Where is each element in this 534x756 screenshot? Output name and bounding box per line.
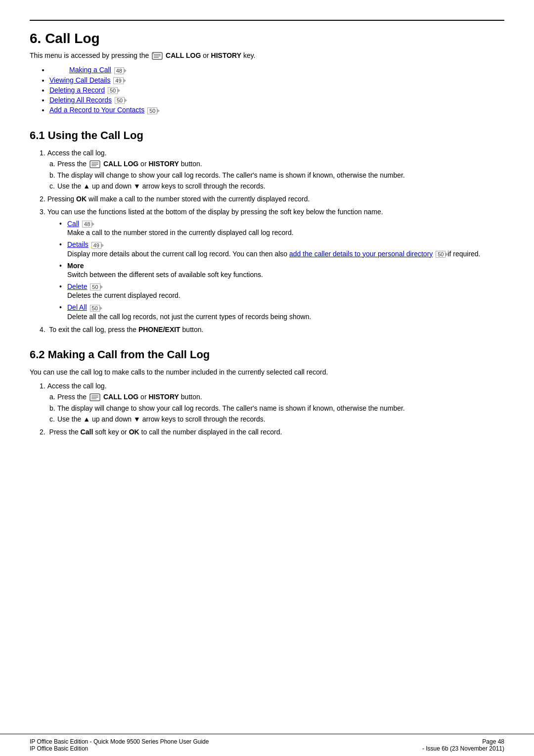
intro-between: or: [203, 51, 209, 59]
step1a-pre: Press the: [57, 160, 87, 168]
func-details-link[interactable]: Details: [67, 240, 89, 248]
func-del-all: Del All 50 Delete all the call log recor…: [59, 303, 504, 320]
step1c: c. Use the ▲ up and down ▼ arrow keys to…: [49, 182, 504, 190]
section62-number: 6.2: [30, 348, 45, 361]
func-call-pageref: 48: [82, 221, 92, 228]
section61-steps: 1.Access the call log. a. Press the CALL…: [30, 149, 504, 333]
s62-step-2: 2. Press the Call soft key or OK to call…: [30, 428, 504, 436]
s62-step2-pre: Press the: [49, 428, 79, 436]
toc-pageref-4: 50: [115, 97, 125, 104]
func-details-desc: Display more details about the current c…: [67, 250, 504, 258]
s62-step1-text: Access the call log.: [47, 382, 107, 390]
details-desc-post: if required.: [447, 250, 480, 258]
toc-link-1[interactable]: Making a Call: [49, 66, 111, 74]
toc-link-5[interactable]: Add a Record to Your Contacts: [49, 106, 144, 114]
toc-item-4: Deleting All Records 50: [49, 96, 504, 104]
footer-right-line1: Page 48: [422, 738, 504, 745]
step4-pre: To exit the call log, press the: [49, 326, 136, 333]
footer-left-line2: IP Office Basic Edition: [30, 745, 209, 752]
step1c-pre: Use the: [57, 182, 81, 190]
s62-step1a-key1: CALL LOG: [103, 393, 138, 401]
footer-left-line1: IP Office Basic Edition - Quick Mode 950…: [30, 738, 209, 745]
step1a: a. Press the CALL LOG or HISTORY button: [49, 160, 504, 168]
step1-substeps: a. Press the CALL LOG or HISTORY button: [40, 160, 504, 190]
func-delete-pageref: 50: [90, 284, 100, 290]
step1c-mid: up and down: [92, 182, 132, 190]
step1b: b. The display will change to show your …: [49, 171, 504, 179]
step1c-post: arrow keys to scroll through the records…: [142, 182, 266, 190]
toc-link-2[interactable]: Viewing Call Details: [49, 76, 110, 84]
step4-post: button.: [182, 326, 204, 333]
section61-title-text: Using the Call Log: [48, 129, 143, 142]
call-log-icon: [152, 52, 163, 60]
func-delete-desc: Deletes the current displayed record.: [67, 291, 504, 299]
toc-pageref-5: 50: [147, 107, 157, 114]
func-call-desc: Make a call to the number stored in the …: [67, 229, 504, 236]
footer-left: IP Office Basic Edition - Quick Mode 950…: [30, 738, 209, 752]
call-log-icon-2: [89, 160, 100, 168]
intro-end: key.: [243, 51, 256, 59]
s62-step1c-pre: Use the: [57, 415, 81, 423]
intro-key2: HISTORY: [211, 51, 241, 59]
s62-down-arrow-icon: ▼: [134, 415, 142, 423]
section62-title: 6.2 Making a Call from the Call Log: [30, 348, 504, 361]
step2-pre: Pressing: [47, 195, 74, 203]
chapter-title-text: Call Log: [45, 31, 99, 46]
s62-step1b: b. The display will change to show your …: [49, 404, 504, 412]
func-details: Details 49 Display more details about th…: [59, 240, 504, 258]
s62-step1b-text: The display will change to show your cal…: [57, 404, 405, 412]
intro-text-pre: This menu is accessed by pressing the: [30, 51, 149, 59]
chapter-intro: This menu is accessed by pressing the CA…: [30, 51, 504, 60]
function-list: Call 48 Make a call to the number stored…: [40, 220, 504, 320]
toc-pageref-3: 50: [108, 87, 118, 94]
step-3: 3.You can use the functions listed at th…: [30, 208, 504, 320]
step-4: 4. To exit the call log, press the PHONE…: [30, 326, 504, 333]
toc-list: Making a Call 48 Viewing Call Details 49…: [30, 66, 504, 114]
s62-up-arrow-icon: ▲: [83, 415, 92, 423]
step1b-text: The display will change to show your cal…: [57, 171, 405, 179]
func-del-all-pageref: 50: [90, 305, 100, 312]
down-arrow-icon: ▼: [134, 182, 142, 190]
toc-item-1: Making a Call 48: [49, 66, 504, 74]
page-container: 6. Call Log This menu is accessed by pre…: [0, 0, 534, 480]
toc-link-4[interactable]: Deleting All Records: [49, 96, 112, 104]
s62-step1c-post: arrow keys to scroll through the records…: [142, 415, 266, 423]
footer-right: Page 48 - Issue 6b (23 November 2011): [422, 738, 504, 752]
s62-step2-post: to call the number displayed in the call…: [141, 428, 282, 436]
step-2: 2.Pressing OK will make a call to the nu…: [30, 195, 504, 203]
func-del-all-link[interactable]: Del All: [67, 303, 87, 311]
chapter-title: 6. Call Log: [30, 31, 504, 47]
details-desc-link-pageref: 50: [436, 251, 445, 258]
top-border: [30, 20, 504, 21]
toc-item-2: Viewing Call Details 49: [49, 76, 504, 84]
intro-key1: CALL LOG: [166, 51, 201, 59]
call-log-icon-3: [89, 393, 100, 401]
toc-item-5: Add a Record to Your Contacts 50: [49, 106, 504, 114]
func-more-label: More: [67, 262, 84, 270]
func-delete: Delete 50 Deletes the current displayed …: [59, 283, 504, 299]
s62-step2-mid: soft key or: [95, 428, 127, 436]
details-desc-link[interactable]: add the caller details to your personal …: [289, 250, 433, 258]
func-more: More Switch between the different sets o…: [59, 262, 504, 279]
section62-steps: 1.Access the call log. a. Press the CALL…: [30, 382, 504, 436]
s62-step1a-pre: Press the: [57, 393, 87, 401]
func-call: Call 48 Make a call to the number stored…: [59, 220, 504, 236]
up-arrow-icon: ▲: [83, 182, 92, 190]
details-desc-pre: Display more details about the current c…: [67, 250, 287, 258]
s62-step1a-key2: HISTORY: [148, 393, 178, 401]
step1a-key1: CALL LOG: [103, 160, 138, 168]
toc-link-3[interactable]: Deleting a Record: [49, 86, 105, 94]
func-delete-link[interactable]: Delete: [67, 283, 87, 290]
s62-step1c: c. Use the ▲ up and down ▼ arrow keys to…: [49, 415, 504, 423]
footer-right-line2: - Issue 6b (23 November 2011): [422, 745, 504, 752]
func-more-desc: Switch between the different sets of ava…: [67, 271, 504, 279]
toc-pageref-1: 48: [114, 67, 124, 74]
step1-text: Access the call log.: [47, 149, 107, 157]
step-1: 1.Access the call log. a. Press the CALL…: [30, 149, 504, 190]
s62-step1-substeps: a. Press the CALL LOG or HISTORY button: [40, 393, 504, 423]
step3-text: You can use the functions listed at the …: [47, 208, 383, 216]
func-call-link[interactable]: Call: [67, 220, 79, 228]
s62-step-1: 1.Access the call log. a. Press the CALL…: [30, 382, 504, 423]
step2-post: will make a call to the number stored wi…: [89, 195, 310, 203]
func-details-pageref: 49: [91, 242, 101, 249]
